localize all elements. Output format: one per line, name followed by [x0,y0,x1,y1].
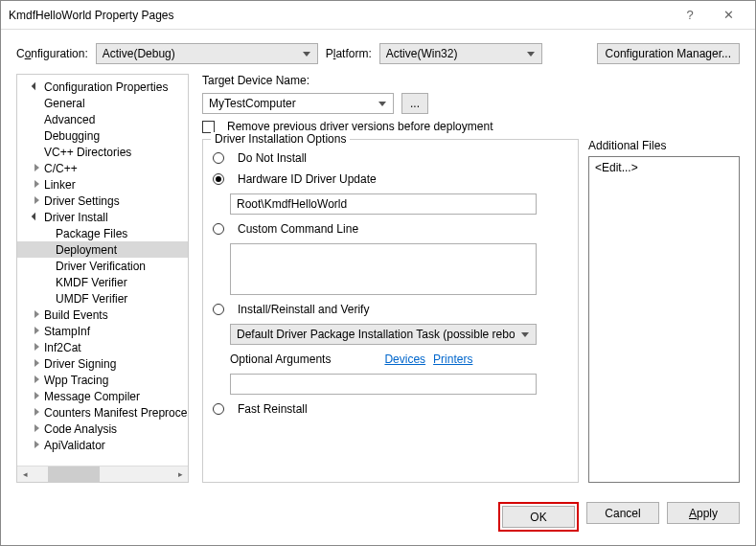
driver-install-options-group: Driver Installation Options Do Not Insta… [202,139,579,483]
radio-custom-cmd[interactable]: Custom Command Line [213,222,568,236]
chevron-right-icon[interactable] [33,408,42,418]
chevron-right-icon[interactable] [33,310,42,320]
radio-icon [213,223,224,235]
content-panel: Target Device Name: MyTestComputer ... R… [196,74,740,483]
install-task-combo[interactable]: Default Driver Package Installation Task… [230,324,537,345]
platform-combo[interactable]: Active(Win32) [379,43,542,64]
tree-item-label: Configuration Properties [44,80,168,94]
tree-item-label: VC++ Directories [44,146,131,159]
additional-files-label: Additional Files [588,139,740,152]
radio-hardware-id[interactable]: Hardware ID Driver Update [213,172,568,186]
tree-item[interactable]: Code Analysis [17,421,188,437]
target-device-combo[interactable]: MyTestComputer [202,93,394,114]
tree-item[interactable]: Build Events [17,307,188,323]
radio-fast-reinstall[interactable]: Fast Reinstall [213,402,568,416]
tree-item-label: Driver Signing [44,357,116,371]
devices-link[interactable]: Devices [384,353,425,366]
browse-device-button[interactable]: ... [401,93,428,114]
close-button[interactable]: ✕ [709,8,747,22]
tree-item-label: Message Compiler [44,390,140,403]
config-toolbar: Configuration: Active(Debug) Platform: A… [1,30,755,74]
printers-link[interactable]: Printers [433,353,472,366]
tree-item[interactable]: Advanced [17,111,188,127]
apply-button[interactable]: Apply [667,502,740,524]
chevron-down-icon[interactable] [33,213,42,222]
tree-hscrollbar[interactable]: ◂ ▸ [17,466,188,482]
tree-item-label: Driver Verification [56,260,146,273]
radio-icon [213,304,224,315]
tree-item[interactable]: Driver Verification [17,258,188,274]
tree-item[interactable]: UMDF Verifier [17,290,188,307]
tree-item-label: StampInf [44,325,90,338]
tree-item-label: Driver Settings [44,194,120,208]
tree-item[interactable]: Counters Manifest Preprocessor [17,404,188,421]
tree-item-label: Inf2Cat [44,341,81,354]
chevron-right-icon[interactable] [33,359,42,369]
tree-item-label: UMDF Verifier [56,292,127,306]
chevron-down-icon[interactable] [33,82,42,92]
scroll-left-icon[interactable]: ◂ [17,466,33,482]
checkbox-icon [202,121,215,133]
property-pages-dialog: KmdfHelloWorld Property Pages ? ✕ Config… [0,0,756,546]
hardware-id-input[interactable]: Root\KmdfHelloWorld [230,193,537,215]
chevron-right-icon[interactable] [33,164,42,173]
tree-item[interactable]: StampInf [17,323,188,339]
tree-item-label: Counters Manifest Preprocessor [44,406,188,420]
window-title: KmdfHelloWorld Property Pages [9,9,671,22]
configuration-label: Configuration: [16,47,88,60]
nav-tree[interactable]: Configuration PropertiesGeneralAdvancedD… [17,75,188,466]
tree-item[interactable]: Debugging [17,127,188,144]
chevron-right-icon[interactable] [33,327,42,336]
tree-item[interactable]: Linker [17,176,188,193]
chevron-right-icon[interactable] [33,180,42,190]
platform-label: Platform: [326,47,372,60]
tree-item[interactable]: General [17,95,188,111]
tree-item[interactable]: Driver Signing [17,355,188,372]
optional-args-input[interactable] [230,374,537,395]
custom-cmd-textarea[interactable] [230,243,537,295]
tree-item-label: KMDF Verifier [56,276,127,289]
radio-install-verify[interactable]: Install/Reinstall and Verify [213,303,568,316]
tree-item[interactable]: Deployment [17,241,188,258]
tree-item[interactable]: ApiValidator [17,437,188,453]
tree-item-label: General [44,97,85,110]
tree-item-label: ApiValidator [44,439,105,452]
tree-item[interactable]: Message Compiler [17,388,188,404]
tree-item[interactable]: VC++ Directories [17,144,188,160]
titlebar: KmdfHelloWorld Property Pages ? ✕ [1,1,755,30]
driver-install-options-legend: Driver Installation Options [211,132,350,146]
optional-args-label: Optional Arguments [230,353,331,366]
tree-item[interactable]: Wpp Tracing [17,372,188,388]
ok-highlight: OK [498,502,579,532]
tree-item[interactable]: Inf2Cat [17,339,188,355]
additional-files-group: Additional Files <Edit...> [588,139,740,483]
ok-button[interactable]: OK [502,506,575,528]
radio-do-not-install[interactable]: Do Not Install [213,151,568,165]
scroll-right-icon[interactable]: ▸ [172,466,188,482]
chevron-right-icon[interactable] [33,196,42,206]
tree-item[interactable]: Driver Install [17,209,188,225]
remove-previous-checkbox[interactable]: Remove previous driver versions before d… [202,120,740,133]
configuration-combo[interactable]: Active(Debug) [96,43,318,64]
tree-item-label: Linker [44,178,76,192]
tree-item[interactable]: C/C++ [17,160,188,176]
tree-item-label: Build Events [44,308,108,322]
tree-item[interactable]: Configuration Properties [17,79,188,95]
additional-files-list[interactable]: <Edit...> [588,156,740,483]
tree-item-label: C/C++ [44,162,78,175]
chevron-right-icon[interactable] [33,343,42,353]
tree-item[interactable]: Package Files [17,225,188,241]
tree-item[interactable]: Driver Settings [17,193,188,209]
tree-item-label: Code Analysis [44,422,117,436]
chevron-right-icon[interactable] [33,424,42,434]
tree-item-label: Driver Install [44,211,108,224]
chevron-right-icon[interactable] [33,392,42,401]
chevron-right-icon[interactable] [33,375,42,385]
tree-item-label: Debugging [44,129,100,143]
configuration-manager-button[interactable]: Configuration Manager... [597,43,740,64]
scroll-thumb[interactable] [48,466,100,482]
help-button[interactable]: ? [671,8,709,22]
cancel-button[interactable]: Cancel [586,502,659,524]
tree-item[interactable]: KMDF Verifier [17,274,188,290]
chevron-right-icon[interactable] [33,441,42,450]
